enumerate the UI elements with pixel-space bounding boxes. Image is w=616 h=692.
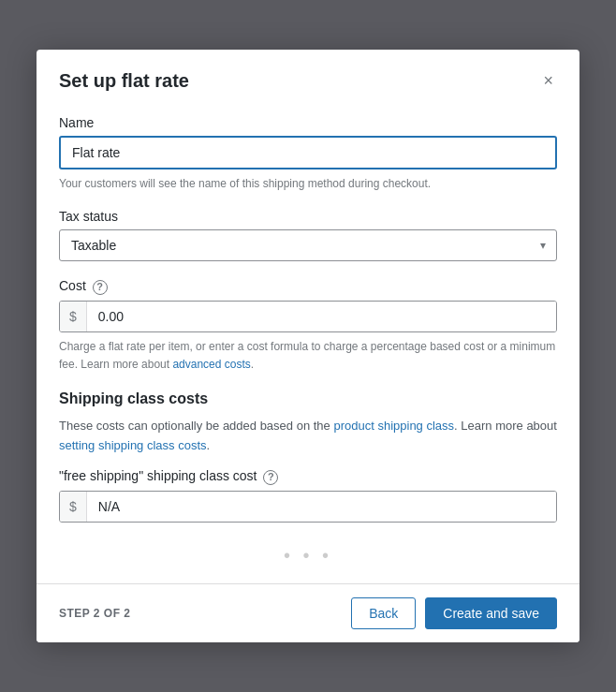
modal-body: Name Your customers will see the name of…	[37, 108, 579, 583]
cost-label: Cost ?	[59, 278, 557, 294]
step-label: STEP 2 OF 2	[59, 607, 130, 620]
setup-flat-rate-modal: Set up flat rate × Name Your customers w…	[37, 50, 579, 642]
free-shipping-prefix: $	[60, 492, 87, 522]
free-shipping-input-wrapper: $	[59, 491, 557, 523]
shipping-class-section: Shipping class costs These costs can opt…	[59, 390, 557, 523]
product-shipping-class-link[interactable]: product shipping class	[333, 419, 454, 433]
modal-overlay: Set up flat rate × Name Your customers w…	[0, 0, 616, 692]
footer-actions: Back Create and save	[351, 597, 557, 629]
free-shipping-field-group: "free shipping" shipping class cost ? $	[59, 468, 557, 522]
cost-help-icon[interactable]: ?	[93, 280, 108, 295]
shipping-class-description: These costs can optionally be added base…	[59, 417, 557, 456]
tax-status-field-group: Tax status None Taxable ▾	[59, 209, 557, 261]
modal-title: Set up flat rate	[59, 70, 189, 92]
advanced-costs-link[interactable]: advanced costs	[172, 358, 250, 371]
scroll-dots: • • •	[59, 539, 557, 568]
modal-footer: STEP 2 OF 2 Back Create and save	[37, 583, 579, 642]
shipping-class-title: Shipping class costs	[59, 390, 557, 407]
create-and-save-button[interactable]: Create and save	[425, 597, 557, 629]
tax-status-label: Tax status	[59, 209, 557, 224]
back-button[interactable]: Back	[351, 597, 416, 629]
name-hint: Your customers will see the name of this…	[59, 175, 557, 192]
close-button[interactable]: ×	[539, 68, 557, 93]
cost-input[interactable]	[87, 302, 556, 331]
tax-status-select-wrapper: None Taxable ▾	[59, 229, 557, 261]
setting-shipping-class-costs-link[interactable]: setting shipping class costs	[59, 438, 207, 452]
name-label: Name	[59, 115, 557, 130]
cost-hint: Charge a flat rate per item, or enter a …	[59, 338, 557, 374]
cost-field-group: Cost ? $ Charge a flat rate per item, or…	[59, 278, 557, 374]
free-shipping-input[interactable]	[87, 492, 556, 522]
cost-input-wrapper: $	[59, 301, 557, 332]
name-input[interactable]	[59, 136, 557, 169]
free-shipping-help-icon[interactable]: ?	[263, 470, 278, 485]
modal-header: Set up flat rate ×	[37, 50, 579, 108]
free-shipping-label: "free shipping" shipping class cost ?	[59, 468, 557, 484]
tax-status-select[interactable]: None Taxable	[59, 229, 557, 261]
cost-prefix: $	[60, 302, 87, 331]
name-field-group: Name Your customers will see the name of…	[59, 115, 557, 192]
